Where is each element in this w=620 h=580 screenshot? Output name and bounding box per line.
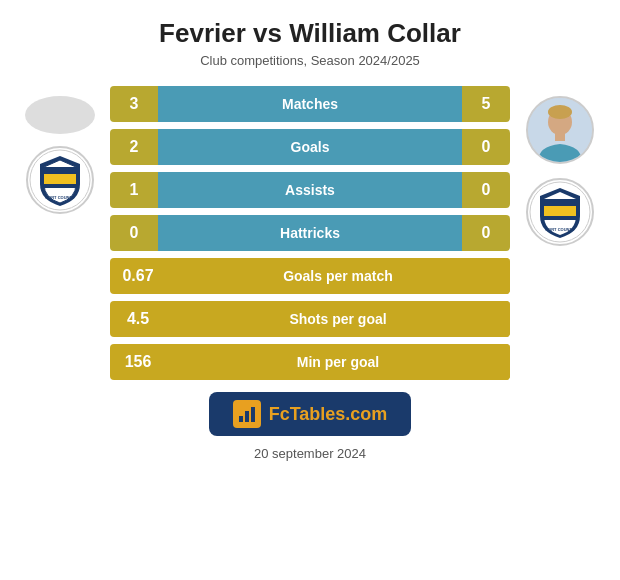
watermark-fc: Fc <box>269 404 290 424</box>
matches-label: Matches <box>282 96 338 112</box>
svg-rect-8 <box>544 206 576 216</box>
right-badge-svg: PORT COUNTY <box>528 180 592 244</box>
hattricks-label: Hattricks <box>280 225 340 241</box>
fctables-icon <box>233 400 261 428</box>
left-column: PORT COUNTY <box>20 86 100 214</box>
shots-per-goal-label: Shots per goal <box>289 311 386 327</box>
stat-row-goals-per-match: 0.67 Goals per match <box>110 258 510 294</box>
hattricks-bar: Hattricks <box>158 215 462 251</box>
right-club-badge: PORT COUNTY <box>526 178 594 246</box>
left-badge-svg: PORT COUNTY <box>28 148 92 212</box>
player-photo <box>526 96 594 164</box>
stat-row-hattricks: 0 Hattricks 0 <box>110 215 510 251</box>
stat-row-min-per-goal: 156 Min per goal <box>110 344 510 380</box>
svg-point-5 <box>548 105 572 119</box>
svg-rect-10 <box>239 416 243 422</box>
goals-per-match-val: 0.67 <box>110 267 166 285</box>
shots-per-goal-val: 4.5 <box>110 310 166 328</box>
watermark-tables: Tables.com <box>290 404 388 424</box>
page-container: Fevrier vs William Collar Club competiti… <box>0 0 620 580</box>
min-per-goal-val: 156 <box>110 353 166 371</box>
hattricks-left-val: 0 <box>110 224 158 242</box>
hattricks-right-val: 0 <box>462 224 510 242</box>
assists-right-val: 0 <box>462 181 510 199</box>
date-label: 20 september 2024 <box>254 446 366 461</box>
svg-text:PORT COUNTY: PORT COUNTY <box>545 227 574 232</box>
svg-text:PORT COUNTY: PORT COUNTY <box>45 195 74 200</box>
watermark-text: FcTables.com <box>269 404 388 425</box>
chart-icon <box>237 404 257 424</box>
goals-per-match-label: Goals per match <box>283 268 393 284</box>
svg-rect-12 <box>251 407 255 422</box>
svg-rect-11 <box>245 411 249 422</box>
stat-row-matches: 3 Matches 5 <box>110 86 510 122</box>
right-column: PORT COUNTY <box>520 86 600 246</box>
stat-row-assists: 1 Assists 0 <box>110 172 510 208</box>
goals-bar: Goals <box>158 129 462 165</box>
assists-bar: Assists <box>158 172 462 208</box>
goals-per-match-bar: Goals per match <box>166 258 510 294</box>
min-per-goal-label: Min per goal <box>297 354 379 370</box>
goals-label: Goals <box>291 139 330 155</box>
assists-label: Assists <box>285 182 335 198</box>
player-silhouette <box>528 98 592 162</box>
watermark-banner: FcTables.com <box>209 392 412 436</box>
assists-left-val: 1 <box>110 181 158 199</box>
main-content: PORT COUNTY 3 Matches 5 2 Goals 0 <box>20 86 600 380</box>
page-subtitle: Club competitions, Season 2024/2025 <box>200 53 420 68</box>
min-per-goal-bar: Min per goal <box>166 344 510 380</box>
matches-bar: Matches <box>158 86 462 122</box>
left-team-badge-oval <box>25 96 95 134</box>
stat-row-shots-per-goal: 4.5 Shots per goal <box>110 301 510 337</box>
stat-row-goals: 2 Goals 0 <box>110 129 510 165</box>
goals-right-val: 0 <box>462 138 510 156</box>
svg-rect-6 <box>555 133 565 141</box>
svg-rect-1 <box>44 174 76 184</box>
left-club-badge: PORT COUNTY <box>26 146 94 214</box>
matches-left-val: 3 <box>110 95 158 113</box>
center-column: 3 Matches 5 2 Goals 0 1 Assists 0 <box>110 86 510 380</box>
shots-per-goal-bar: Shots per goal <box>166 301 510 337</box>
page-title: Fevrier vs William Collar <box>159 18 461 49</box>
matches-right-val: 5 <box>462 95 510 113</box>
goals-left-val: 2 <box>110 138 158 156</box>
